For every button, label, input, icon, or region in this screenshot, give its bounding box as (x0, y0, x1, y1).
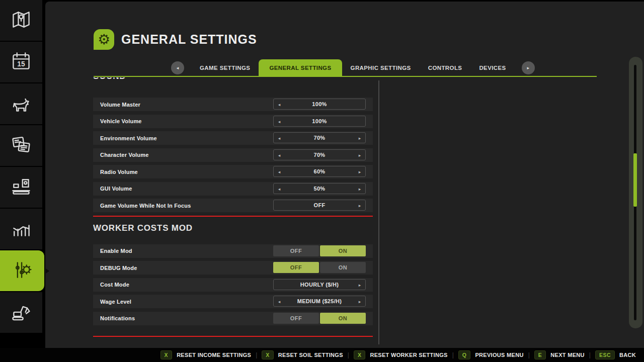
stepper-right-arrow-icon[interactable]: ▸ (355, 280, 364, 291)
page-title: GENERAL SETTINGS (121, 32, 257, 47)
stepper-left-arrow-icon[interactable]: ◂ (275, 116, 284, 127)
setting-label: Character Volume (100, 152, 149, 158)
key-badge-q: Q (458, 350, 471, 359)
tab-controls[interactable]: CONTROLS (420, 65, 471, 71)
scrollbar-thumb[interactable] (633, 153, 637, 207)
setting-label: Enable Mod (100, 248, 132, 254)
section-title-worker-costs-mod: WORKER COSTS MOD (93, 223, 373, 233)
hotkey-next-menu[interactable]: ENEXT MENU (534, 350, 585, 359)
toggle-option-on[interactable]: ON (320, 245, 366, 256)
setting-row-sound-2[interactable]: Environment Volume◂70%▸ (93, 131, 373, 145)
setting-label: Notifications (100, 315, 135, 321)
stepper-left-arrow-icon[interactable]: ◂ (275, 99, 284, 110)
stepper-value: 100% (312, 101, 327, 107)
toggle-option-on[interactable]: ON (320, 313, 366, 324)
sidebar-item-statistics[interactable] (0, 209, 42, 249)
hotkey-separator: | (256, 351, 257, 358)
setting-label: DEBUG Mode (100, 265, 137, 271)
sidebar-item-animals[interactable] (0, 83, 42, 124)
setting-row-sound-1[interactable]: Vehicle Volume◂100% (93, 115, 373, 128)
setting-row-worker-costs-mod-2[interactable]: Cost ModeHOURLY ($/H)▸ (93, 278, 373, 292)
toggle-option-off[interactable]: OFF (273, 245, 319, 256)
key-badge-esc: ESC (595, 350, 615, 359)
stepper-character-volume[interactable]: ◂70%▸ (273, 149, 366, 160)
stepper-left-arrow-icon[interactable]: ◂ (275, 296, 284, 307)
setting-label: Environment Volume (100, 135, 157, 141)
svg-text:15: 15 (17, 60, 25, 68)
setting-row-worker-costs-mod-3[interactable]: Wage Level◂MEDIUM ($25/H)▸ (93, 295, 373, 308)
stepper-gui-volume[interactable]: ◂50%▸ (273, 183, 366, 194)
sidebar-item-settings[interactable] (0, 250, 44, 291)
stepper-right-arrow-icon[interactable]: ▸ (355, 200, 364, 211)
hotkey-previous-menu[interactable]: QPREVIOUS MENU (458, 350, 524, 359)
setting-row-sound-6[interactable]: Game Volume While Not In FocusOFF▸ (93, 199, 373, 212)
hotkey-separator: | (589, 351, 591, 358)
toggle-option-on[interactable]: ON (320, 262, 366, 273)
toggle-option-off[interactable]: OFF (273, 262, 319, 273)
section-title-soil-fertilizer: SOIL & FERTILIZER (93, 342, 373, 342)
sidebar-item-calendar[interactable]: 15 (0, 42, 42, 82)
setting-row-worker-costs-mod-1[interactable]: DEBUG ModeOFFON (93, 261, 373, 275)
hotkey-reset-income-settings[interactable]: XRESET INCOME SETTINGS (160, 350, 252, 359)
sidebar-item-construction[interactable] (0, 292, 42, 333)
toggle-option-off[interactable]: OFF (273, 313, 319, 324)
stepper-right-arrow-icon[interactable]: ▸ (355, 184, 364, 195)
tab-devices[interactable]: DEVICES (470, 65, 514, 71)
stepper-right-arrow-icon[interactable]: ▸ (355, 150, 364, 161)
setting-label: GUI Volume (100, 186, 132, 192)
toggle-debug-mode: OFFON (273, 262, 366, 273)
tab-game-settings[interactable]: GAME SETTINGS (191, 65, 259, 71)
stepper-right-arrow-icon[interactable]: ▸ (355, 133, 364, 144)
page-scrollbar[interactable] (629, 57, 642, 328)
setting-row-sound-3[interactable]: Character Volume◂70%▸ (93, 148, 373, 162)
scrollbar-track[interactable] (634, 65, 636, 320)
stepper-radio-volume[interactable]: ◂60%▸ (273, 166, 366, 177)
sidebar-item-finances[interactable] (0, 125, 42, 166)
stepper-right-arrow-icon[interactable]: ▸ (355, 166, 364, 177)
tab-graphic-settings[interactable]: GRAPHIC SETTINGS (342, 65, 420, 71)
section-title-sound: SOUND (93, 77, 373, 81)
key-badge-x: X (262, 350, 274, 359)
content-scrollbar-track[interactable] (378, 80, 379, 344)
stepper-game-volume-while-not-in-focus[interactable]: OFF▸ (273, 200, 366, 211)
setting-row-sound-5[interactable]: GUI Volume◂50%▸ (93, 182, 373, 196)
stepper-value: 70% (314, 135, 326, 141)
toggle-enable-mod: OFFON (273, 245, 366, 256)
stepper-left-arrow-icon[interactable]: ◂ (275, 166, 284, 177)
stepper-volume-master[interactable]: ◂100% (273, 99, 366, 110)
setting-row-worker-costs-mod-4[interactable]: NotificationsOFFON (93, 312, 373, 325)
settings-list: SOUNDVolume Master◂100%Vehicle Volume◂10… (93, 77, 373, 342)
sidebar-item-map[interactable] (0, 0, 42, 41)
hotkey-label: RESET WORKER SETTINGS (370, 352, 447, 358)
stepper-left-arrow-icon[interactable]: ◂ (275, 133, 284, 144)
stepper-right-arrow-icon[interactable]: ▸ (355, 296, 364, 307)
stepper-left-arrow-icon[interactable]: ◂ (275, 184, 284, 195)
tabs-prev-button[interactable]: ◂ (171, 61, 184, 74)
stepper-wage-level[interactable]: ◂MEDIUM ($25/H)▸ (273, 296, 366, 307)
hotkey-reset-worker-settings[interactable]: XRESET WORKER SETTINGS (354, 350, 448, 359)
hotkey-back[interactable]: ESCBACK (595, 350, 636, 359)
production-icon (10, 175, 32, 200)
setting-row-sound-4[interactable]: Radio Volume◂60%▸ (93, 165, 373, 178)
setting-row-sound-0[interactable]: Volume Master◂100% (93, 98, 373, 111)
tabs-next-button[interactable]: ▸ (522, 61, 535, 74)
stepper-vehicle-volume[interactable]: ◂100% (273, 116, 366, 127)
hotkey-reset-soil-settings[interactable]: XRESET SOIL SETTINGS (262, 350, 343, 359)
settings-icon (11, 259, 33, 283)
sidebar: 15 (0, 0, 42, 362)
hotkey-label: PREVIOUS MENU (475, 352, 523, 358)
setting-row-worker-costs-mod-0[interactable]: Enable ModOFFON (93, 244, 373, 258)
stepper-left-arrow-icon[interactable]: ◂ (275, 150, 284, 161)
hotkey-label: RESET INCOME SETTINGS (177, 352, 251, 358)
setting-label: Cost Mode (100, 282, 129, 288)
hotkey-separator: | (348, 351, 349, 358)
stepper-cost-mode[interactable]: HOURLY ($/H)▸ (273, 279, 366, 290)
key-badge-e: E (534, 350, 546, 359)
active-item-pointer-icon (46, 268, 49, 274)
stepper-value: MEDIUM ($25/H) (297, 298, 342, 304)
sidebar-item-production[interactable] (0, 167, 42, 208)
stepper-environment-volume[interactable]: ◂70%▸ (273, 132, 366, 143)
map-icon (10, 9, 32, 33)
tab-general-settings[interactable]: GENERAL SETTINGS (259, 59, 342, 76)
stepper-value: 60% (314, 168, 326, 174)
